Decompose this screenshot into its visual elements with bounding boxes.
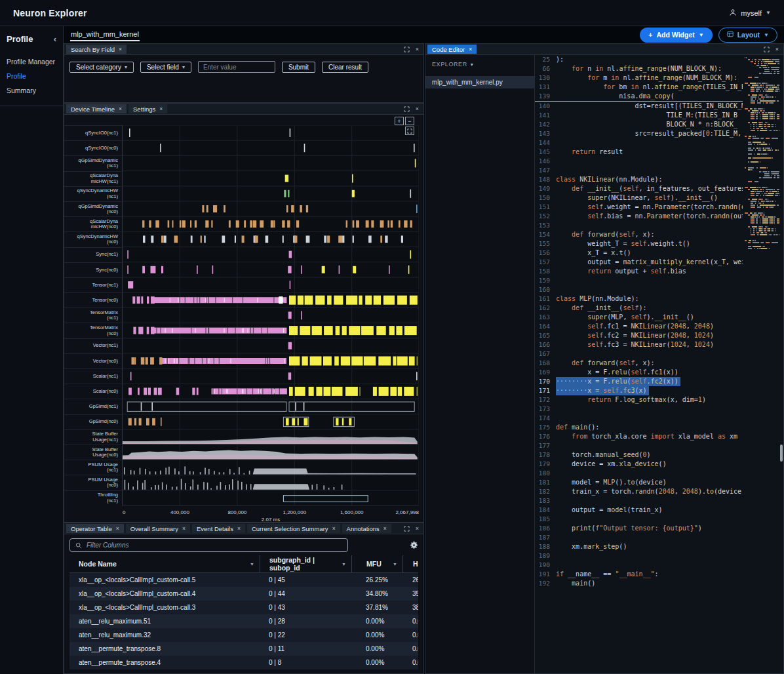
add-widget-button[interactable]: + Add Widget ▼	[640, 28, 712, 43]
code-line[interactable]: 168 def forward(self, x):	[535, 359, 743, 368]
code-area[interactable]: 25):66 for n in nl.affine_range(NUM_BLOC…	[535, 55, 743, 673]
select-category-button[interactable]: Select category▾	[69, 62, 134, 73]
close-icon[interactable]: ×	[469, 46, 472, 52]
column-header-mfu[interactable]: MFU▼	[351, 555, 402, 572]
code-line[interactable]: 159	[535, 276, 743, 285]
expand-icon[interactable]	[764, 47, 770, 52]
code-line[interactable]: 177	[535, 441, 743, 450]
code-line[interactable]: 131 for bm in nl.affine_range(TILES_IN_B…	[535, 83, 743, 92]
code-line[interactable]: 140 dst=result[(TILES_IN_BLOCK_M	[535, 102, 743, 111]
table-row[interactable]: aten__permute_transpose.80 | 110.00%0.0	[69, 642, 418, 656]
close-icon[interactable]: ×	[159, 106, 163, 112]
layout-button[interactable]: Layout ▼	[718, 28, 777, 43]
filter-input[interactable]	[87, 542, 342, 549]
code-line[interactable]: 180	[535, 469, 743, 478]
sidebar-item-profile[interactable]: Profile	[0, 69, 63, 83]
code-line[interactable]: 130 for m in nl.affine_range(NUM_BLOCK_M…	[535, 73, 743, 83]
close-icon[interactable]: ×	[237, 525, 241, 532]
code-line[interactable]: 166 self.fc3 = NKILinear(1024, 1024)	[535, 340, 743, 349]
close-icon[interactable]: ×	[116, 525, 119, 532]
code-line[interactable]: 172 return F.log_softmax(x, dim=1)	[535, 395, 743, 405]
code-line[interactable]: 187	[535, 533, 743, 542]
code-line[interactable]: 170········x = F.relu(self.fc2(x))	[535, 377, 743, 386]
operator-tab-overall-summary[interactable]: Overall Summary×	[126, 524, 190, 533]
code-line[interactable]: 157 output = matrix_multiply_kernel(x_T,…	[535, 258, 743, 267]
zoom-out-button[interactable]: −	[405, 117, 414, 125]
table-row[interactable]: xla__op_<locals>CallImpl_custom-call.50 …	[69, 573, 418, 587]
code-line[interactable]: 165 self.fc2 = NKILinear(2048, 1024)	[535, 331, 743, 340]
timeline-tab-settings[interactable]: Settings×	[128, 104, 167, 113]
close-icon[interactable]: ×	[775, 46, 779, 52]
table-row[interactable]: xla__op_<locals>CallImpl_custom-call.40 …	[69, 587, 418, 601]
timeline-tab-device-timeline[interactable]: Device Timeline×	[66, 104, 127, 113]
code-tab-code-editor[interactable]: Code Editor×	[427, 45, 477, 54]
code-line[interactable]: 155 weight_T = self.weight.t()	[535, 239, 743, 248]
close-icon[interactable]: ×	[416, 525, 419, 532]
search-tab-search-by-field[interactable]: Search By Field×	[66, 45, 127, 54]
expand-icon[interactable]	[404, 526, 410, 532]
code-line[interactable]: 179 device = xm.xla_device()	[535, 460, 743, 469]
chevron-down-icon[interactable]: ▾	[471, 62, 474, 68]
code-line[interactable]: 156 x_T = x.t()	[535, 248, 743, 258]
code-line[interactable]: 147	[535, 166, 743, 175]
expand-icon[interactable]	[404, 47, 410, 52]
close-icon[interactable]: ×	[119, 46, 122, 52]
code-line[interactable]: 149 def __init__(self, in_features, out_…	[535, 184, 743, 193]
sort-icon[interactable]: ▼	[342, 562, 346, 566]
code-line[interactable]: 189	[535, 551, 743, 561]
code-line[interactable]: 154 def forward(self, x):	[535, 230, 743, 239]
code-line[interactable]: 173	[535, 405, 743, 414]
code-line[interactable]: 148class NKILinear(nn.Module):	[535, 175, 743, 184]
table-row[interactable]: aten__permute_transpose.40 | 80.00%0.0	[69, 656, 418, 669]
code-line[interactable]: 153	[535, 221, 743, 230]
column-header-subgraph-id-subop-id[interactable]: subgraph_id | subop_id▼	[260, 555, 351, 572]
operator-tab-current-selection-summary[interactable]: Current Selection Summary×	[247, 524, 340, 533]
code-line[interactable]: 184 output = model(train_x)	[535, 506, 743, 515]
file-item[interactable]: mlp_with_mm_kernel.py	[425, 76, 534, 89]
code-line[interactable]: 163 super(MLP, self).__init__()	[535, 313, 743, 322]
timeline-plot[interactable]	[122, 125, 418, 506]
column-header-hl[interactable]: Hl	[402, 555, 418, 572]
expand-icon[interactable]	[404, 106, 410, 112]
zoom-in-button[interactable]: +	[395, 117, 404, 125]
code-line[interactable]: 175def main():	[535, 423, 743, 432]
code-line[interactable]: 183	[535, 496, 743, 506]
scrollbar-thumb[interactable]	[780, 445, 783, 462]
code-line[interactable]: 151 self.weight = nn.Parameter(torch.ran…	[535, 203, 743, 212]
code-line[interactable]: 25):	[535, 55, 743, 64]
code-line[interactable]: 181 model = MLP().to(device)	[535, 478, 743, 487]
code-line[interactable]: 162 def __init__(self):	[535, 304, 743, 313]
code-line[interactable]: 141 TILE_M:(TILES_IN_B	[535, 111, 743, 120]
code-line[interactable]: 191if __name__ == "__main__":	[535, 570, 743, 579]
code-scrollbar[interactable]	[779, 55, 783, 673]
column-header-node-name[interactable]: Node Name▼	[69, 555, 260, 572]
code-line[interactable]: 161class MLP(nn.Module):	[535, 294, 743, 304]
code-line[interactable]: 160	[535, 285, 743, 294]
close-icon[interactable]: ×	[416, 46, 419, 52]
value-input[interactable]	[198, 61, 275, 73]
code-line[interactable]: 188 xm.mark_step()	[535, 542, 743, 551]
table-row[interactable]: aten__relu_maximum.320 | 220.00%0.0	[69, 628, 418, 642]
code-line[interactable]: 145 return result	[535, 148, 743, 157]
operator-tab-operator-table[interactable]: Operator Table×	[66, 524, 124, 533]
filter-columns-input[interactable]	[69, 538, 348, 552]
operator-tab-annotations[interactable]: Annotations×	[342, 524, 391, 533]
select-field-button[interactable]: Select field▾	[140, 62, 191, 73]
sidebar-item-profile-manager[interactable]: Profile Manager	[0, 54, 63, 69]
zoom-fit-button[interactable]	[405, 127, 414, 135]
operator-tab-event-details[interactable]: Event Details×	[192, 524, 245, 533]
code-line[interactable]: 167	[535, 349, 743, 359]
view-tab[interactable]: mlp_with_mm_kernel	[70, 28, 140, 41]
minimap[interactable]	[743, 55, 779, 673]
close-icon[interactable]: ×	[332, 525, 336, 532]
code-line[interactable]: 178 torch.manual_seed(0)	[535, 450, 743, 460]
code-line[interactable]: 169 x = F.relu(self.fc1(x))	[535, 368, 743, 377]
code-line[interactable]: 152 self.bias = nn.Parameter(torch.randn…	[535, 212, 743, 221]
sort-icon[interactable]: ▼	[250, 562, 254, 566]
code-line[interactable]: 174	[535, 414, 743, 423]
close-icon[interactable]: ×	[119, 106, 122, 112]
code-line[interactable]: 182 train_x = torch.randn(2048, 2048).to…	[535, 487, 743, 496]
clear-result-button[interactable]: Clear result	[322, 62, 368, 73]
code-line[interactable]: 142 BLOCK_N * n:BLOCK_	[535, 120, 743, 129]
code-line[interactable]: 185	[535, 515, 743, 524]
